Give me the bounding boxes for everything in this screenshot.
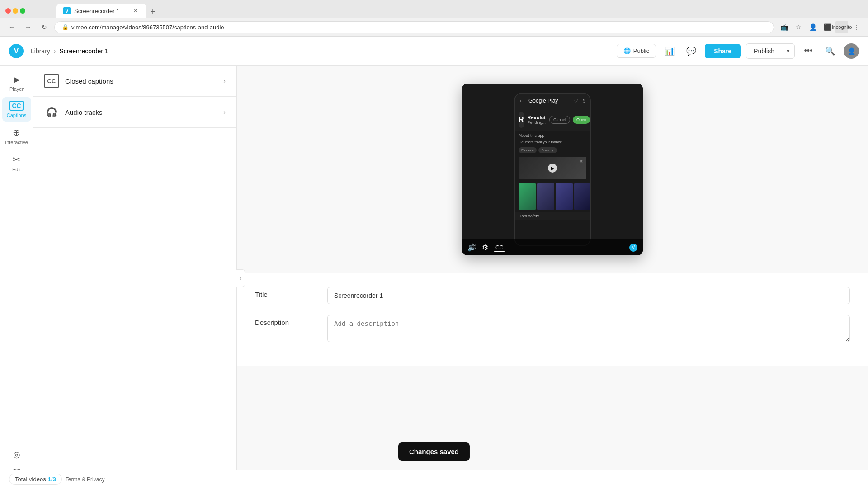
- browser-tab[interactable]: V Screenrecorder 1 ×: [56, 4, 146, 18]
- video-fullscreen-icon[interactable]: ⛶: [510, 244, 518, 252]
- gplay-app-info: Revolut Pending...: [528, 115, 546, 125]
- total-videos-badge: Total videos 1/3: [9, 474, 62, 485]
- new-tab-btn[interactable]: +: [146, 5, 159, 18]
- gplay-screenshots: [515, 181, 590, 212]
- interactive-icon: ⊕: [13, 127, 20, 138]
- breadcrumb-current: Screenrecorder 1: [59, 47, 108, 55]
- sidebar-interactive-label: Interactive: [5, 140, 28, 145]
- gplay-app-sub: Pending...: [528, 120, 546, 125]
- gplay-share-icon: ⇪: [582, 98, 586, 104]
- nav-reload-btn[interactable]: ↻: [38, 21, 51, 33]
- changes-saved-toast: Changes saved: [398, 442, 470, 461]
- gplay-video-thumb: ▶ ⊞: [519, 157, 586, 179]
- tab-title: Screenrecorder 1: [74, 8, 119, 14]
- sidebar-item-compass[interactable]: ◎: [2, 446, 31, 463]
- share-button[interactable]: Share: [705, 44, 741, 58]
- bookmark-icon[interactable]: ☆: [792, 21, 805, 33]
- sidebar-item-player[interactable]: ▶ Player: [2, 71, 31, 95]
- address-text: vimeo.com/manage/videos/896735507/captio…: [71, 24, 766, 31]
- gplay-screenshot-4: [574, 183, 590, 210]
- tab-favicon: V: [63, 7, 71, 14]
- browser-minimize-btn[interactable]: [13, 8, 18, 14]
- browser-close-btn[interactable]: [5, 8, 11, 14]
- menu-dots-icon[interactable]: ⋮: [850, 21, 863, 33]
- description-textarea[interactable]: [327, 315, 850, 342]
- browser-maximize-btn[interactable]: [20, 8, 25, 14]
- video-controls-bar: 🔊 ⚙ CC ⛶ V: [462, 239, 643, 255]
- gplay-screenshot-2: [537, 183, 554, 210]
- more-options-icon[interactable]: •••: [800, 43, 816, 59]
- video-metadata: Title Description: [237, 273, 868, 366]
- title-input[interactable]: [327, 287, 850, 304]
- sidebar-player-label: Player: [9, 86, 24, 92]
- closed-captions-item[interactable]: CC Closed captions ›: [33, 66, 236, 96]
- edit-scissors-icon: ✂: [13, 154, 20, 165]
- video-captions-icon[interactable]: CC: [494, 244, 505, 252]
- share-label: Share: [714, 47, 731, 55]
- audio-tracks-label: Audio tracks: [65, 108, 217, 116]
- topnav: V Library › Screenrecorder 1 🌐 Public 📊 …: [0, 37, 868, 66]
- gplay-screenshot-1: [519, 183, 536, 210]
- sidebar-item-edit[interactable]: ✂ Edit: [2, 150, 31, 176]
- user-avatar[interactable]: 👤: [844, 43, 859, 59]
- panel-collapse-btn[interactable]: ‹: [236, 269, 245, 287]
- closed-captions-icon: CC: [44, 74, 59, 88]
- video-vimeo-icon[interactable]: V: [629, 244, 637, 252]
- sidebar-item-captions[interactable]: CC Captions: [2, 97, 31, 122]
- gplay-app-icon: R: [519, 112, 524, 128]
- search-icon[interactable]: 🔍: [822, 43, 838, 59]
- left-sidebar: ▶ Player CC Captions ⊕ Interactive ✂ Edi…: [0, 66, 33, 488]
- captions-icon: CC: [9, 101, 23, 111]
- analytics-icon[interactable]: 📊: [661, 43, 678, 59]
- topnav-actions: 🌐 Public 📊 💬 Share Publish ▾ ••• 🔍 👤: [617, 43, 859, 59]
- nav-back-btn[interactable]: ←: [5, 21, 18, 33]
- tab-close-btn[interactable]: ×: [132, 7, 139, 14]
- gplay-safety-arrow-icon: →: [582, 214, 586, 218]
- public-button[interactable]: 🌐 Public: [617, 44, 656, 58]
- sidebar-captions-label: Captions: [7, 113, 26, 118]
- gplay-tag-banking: Banking: [538, 147, 557, 153]
- phone-mockup: ← Google Play ♡ ⇪ R: [462, 84, 643, 255]
- video-count-badge: 1/3: [48, 476, 56, 483]
- terms-privacy-link[interactable]: Terms & Privacy: [66, 476, 105, 483]
- video-volume-icon[interactable]: 🔊: [467, 243, 476, 252]
- video-preview-area: ← Google Play ♡ ⇪ R: [237, 66, 868, 273]
- gplay-open-btn[interactable]: Open: [573, 116, 590, 124]
- publish-dropdown-btn[interactable]: ▾: [782, 44, 794, 58]
- audio-tracks-icon: 🎧: [44, 105, 59, 119]
- gplay-thumb-icon: ⊞: [580, 159, 584, 163]
- address-bar[interactable]: 🔒 vimeo.com/manage/videos/896735507/capt…: [54, 21, 774, 33]
- title-label: Title: [255, 287, 309, 298]
- audio-tracks-item[interactable]: 🎧 Audio tracks ›: [33, 97, 236, 127]
- bottom-bar: Total videos 1/3 Terms & Privacy: [0, 470, 868, 488]
- tab-favicon-letter: V: [65, 8, 68, 14]
- phone-content: ← Google Play ♡ ⇪ R: [515, 94, 590, 245]
- gplay-tags: Finance Banking: [515, 145, 590, 155]
- gplay-header: ← Google Play ♡ ⇪: [515, 94, 590, 108]
- breadcrumb: Library › Screenrecorder 1: [31, 47, 108, 55]
- vimeo-logo-letter: V: [14, 47, 19, 55]
- gplay-about-text: Get more from your money: [515, 139, 590, 145]
- player-icon: ▶: [14, 75, 20, 84]
- play-arrow-icon: ▶: [551, 166, 555, 171]
- gplay-cancel-btn[interactable]: Cancel: [549, 116, 570, 124]
- account-icon[interactable]: Incognito: [835, 21, 848, 33]
- sidebar-item-interactive[interactable]: ⊕ Interactive: [2, 123, 31, 149]
- publish-button[interactable]: Publish: [746, 44, 782, 58]
- video-preview: ← Google Play ♡ ⇪ R: [462, 84, 643, 255]
- gplay-back-icon: ←: [519, 97, 525, 104]
- comment-icon[interactable]: 💬: [683, 43, 699, 59]
- video-settings-icon[interactable]: ⚙: [482, 243, 488, 252]
- cast-icon[interactable]: 📺: [778, 21, 790, 33]
- gplay-app-name: Revolut: [528, 115, 546, 120]
- publish-group: Publish ▾: [746, 43, 795, 59]
- description-field-row: Description: [255, 315, 850, 342]
- settings-panel: CC Closed captions › 🎧 Audio tracks ›: [33, 66, 237, 488]
- profile-icon[interactable]: 👤: [807, 21, 819, 33]
- nav-forward-btn[interactable]: →: [22, 21, 34, 33]
- breadcrumb-library[interactable]: Library: [31, 47, 50, 55]
- description-label: Description: [255, 315, 309, 326]
- vimeo-logo[interactable]: V: [9, 44, 24, 58]
- publish-label: Publish: [754, 47, 774, 55]
- public-label: Public: [633, 47, 649, 54]
